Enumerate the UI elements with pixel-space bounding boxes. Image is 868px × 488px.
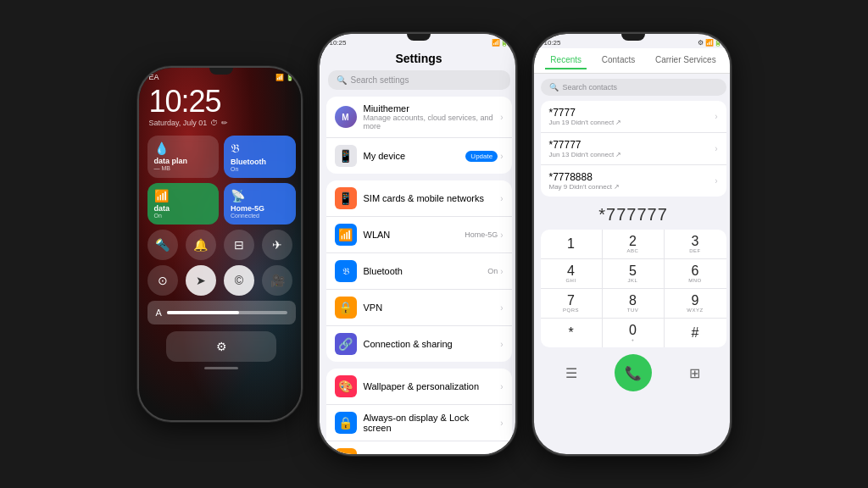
status-icons-1: 📶🔋 — [275, 74, 294, 81]
dialer-key-0[interactable]: 0 + — [603, 319, 665, 347]
device-icon: 📱 — [335, 145, 357, 167]
device-right: Update › — [465, 151, 503, 162]
airplane-button[interactable]: ✈ — [262, 230, 292, 260]
call-icon: 📞 — [625, 365, 642, 381]
notification-button[interactable]: 🔔 — [186, 230, 216, 260]
sim-chevron-icon: › — [500, 194, 503, 203]
display-text: Display — [364, 454, 494, 456]
cc-icon-row-1: 🔦 🔔 ⊟ ✈ — [139, 230, 303, 260]
settings-time: 10:25 — [330, 39, 347, 47]
bluetooth-label: Bluetooth — [231, 158, 289, 166]
home-indicator-1 — [204, 367, 238, 369]
account-item[interactable]: M Miuithemer Manage accounts, cloud serv… — [326, 97, 512, 138]
vpn-item[interactable]: 🔒 VPN › — [326, 290, 512, 326]
focus-button[interactable]: ⊙ — [147, 265, 178, 296]
tab-contacts[interactable]: Contacts — [597, 52, 640, 69]
sim-icon: 📱 — [335, 187, 357, 209]
update-badge: Update — [465, 151, 498, 162]
location-button[interactable]: ➤ — [186, 265, 216, 296]
bluetooth-text: Bluetooth — [364, 266, 481, 276]
display-icon: ☀ — [335, 448, 357, 456]
slider-a-label: A — [156, 308, 162, 318]
screen-record-button[interactable]: ⊟ — [224, 230, 254, 260]
settings-gear-icon: ⚙ — [216, 340, 227, 353]
settings-search-bar[interactable]: 🔍 Search settings — [328, 70, 510, 90]
phone-app-tab-bar: Recents Contacts Carrier Services — [534, 48, 732, 74]
dialer-key-2[interactable]: 2 ABC — [603, 230, 665, 259]
display-item[interactable]: ☀ Display › — [326, 441, 512, 456]
cc-mobile-tile[interactable]: 📶 data On — [147, 183, 220, 225]
wallpaper-icon: 🎨 — [335, 375, 357, 397]
menu-icon: ☰ — [565, 365, 577, 381]
lockscreen-item[interactable]: 🔒 Always-on display & Lock screen › — [326, 405, 512, 441]
phone-notch — [209, 68, 233, 75]
lockscreen-chevron-icon: › — [500, 419, 503, 428]
sim-item[interactable]: 📱 SIM cards & mobile networks › — [326, 180, 512, 217]
recent-item-1[interactable]: *77777 Jun 13 Didn't connect ↗ › — [541, 133, 726, 165]
connection-icon: 🔗 — [335, 333, 357, 355]
settings-quick-button[interactable]: ⚙ — [166, 331, 276, 362]
dialer-key-3[interactable]: 3 DEF — [665, 230, 726, 259]
bluetooth-status: On — [231, 166, 289, 172]
contacts-search-bar[interactable]: 🔍 Search contacts — [541, 79, 726, 96]
vpn-chevron-icon: › — [500, 303, 503, 313]
contacts-search-icon: 🔍 — [549, 83, 559, 92]
recent-item-details-2: *7778888 May 9 Didn't connect ↗ — [549, 171, 620, 191]
clock-date: Saturday, July 01 ⏱✏ — [149, 119, 294, 127]
flashlight-button[interactable]: 🔦 — [147, 230, 178, 260]
wifi-status: Connected — [231, 213, 289, 219]
wlan-chevron-icon: › — [500, 230, 503, 240]
recent-item-2[interactable]: *7778888 May 9 Didn't connect ↗ › — [541, 165, 726, 197]
dialer-key-6[interactable]: 6 MNO — [665, 259, 726, 289]
wallpaper-item[interactable]: 🎨 Wallpaper & personalization › — [326, 369, 512, 405]
wallpaper-chevron-icon: › — [500, 382, 503, 391]
lockscreen-icon: 🔒 — [335, 412, 357, 434]
account-avatar: M — [335, 106, 357, 128]
account-chevron-icon: › — [500, 113, 503, 122]
mobile-data-icon: 📶 — [154, 189, 213, 202]
mobile-data-label: data — [154, 204, 213, 213]
recent-arrow-1: › — [715, 144, 717, 153]
dialpad-button[interactable]: ⊞ — [679, 357, 711, 389]
dialer-key-4[interactable]: 4 GHI — [541, 259, 603, 289]
tab-carrier-services[interactable]: Carrier Services — [650, 52, 721, 69]
wallpaper-label: Wallpaper & personalization — [364, 381, 494, 391]
dialer-key-hash[interactable]: # — [665, 319, 726, 347]
cc-data-tile[interactable]: 💧 data plan — MB — [147, 136, 220, 178]
dialer-status-icons: ⚙ 📶🔋 — [698, 39, 722, 47]
wlan-text: WLAN — [364, 230, 459, 240]
account-name: Miuithemer — [364, 103, 494, 114]
data-label: data plan — [154, 157, 213, 165]
my-device-item[interactable]: 📱 My device Update › — [326, 138, 512, 174]
call-button[interactable]: 📞 — [615, 354, 652, 391]
cc-top-tiles: 💧 data plan — MB 𝔅 Bluetooth On 📶 data O… — [139, 130, 303, 230]
phone-notch-2 — [407, 34, 431, 41]
voicemail-button[interactable]: ☰ — [555, 357, 587, 389]
phone-settings: 10:25 📶🔋 Settings 🔍 Search settings M Mi… — [318, 32, 517, 456]
recent-number-2: *7778888 — [549, 171, 620, 183]
dialer-key-star[interactable]: * — [541, 319, 603, 347]
tab-recents[interactable]: Recents — [545, 52, 587, 69]
wifi-icon: 📡 — [231, 189, 289, 202]
bluetooth-chevron-icon: › — [500, 267, 503, 276]
connection-chevron-icon: › — [500, 340, 503, 349]
recent-item-details-1: *77777 Jun 13 Didn't connect ↗ — [549, 139, 622, 158]
status-carrier: EA — [149, 73, 159, 81]
dialer-key-8[interactable]: 8 TUV — [603, 289, 665, 319]
vpn-label: VPN — [364, 302, 494, 313]
bluetooth-item[interactable]: 𝔅 Bluetooth On › — [326, 253, 512, 290]
recent-item-0[interactable]: *7777 Jun 19 Didn't connect ↗ › — [541, 101, 726, 133]
brightness-slider[interactable]: A — [147, 301, 296, 324]
camera-button[interactable]: 🎥 — [262, 265, 292, 296]
dialer-key-7[interactable]: 7 PQRS — [541, 289, 603, 319]
bluetooth-value: On — [487, 267, 498, 275]
connection-item[interactable]: 🔗 Connection & sharing › — [326, 326, 512, 362]
dialer-key-5[interactable]: 5 JKL — [603, 259, 665, 289]
dialer-key-1[interactable]: 1 — [541, 230, 603, 259]
dialer-key-9[interactable]: 9 WXYZ — [665, 289, 726, 319]
device-text: My device — [364, 151, 459, 161]
nfc-button[interactable]: © — [224, 265, 254, 296]
cc-bluetooth-tile[interactable]: 𝔅 Bluetooth On — [224, 136, 296, 178]
wlan-item[interactable]: 📶 WLAN Home-5G › — [326, 217, 512, 253]
cc-wifi-tile[interactable]: 📡 Home-5G Connected — [224, 183, 296, 225]
